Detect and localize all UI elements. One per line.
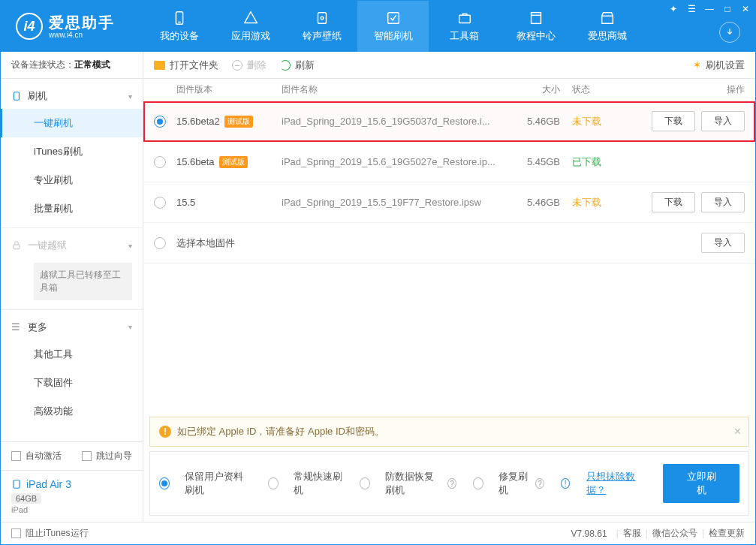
sidebar-item-flash-1[interactable]: iTunes刷机 xyxy=(1,137,143,166)
tablet-icon xyxy=(11,479,22,489)
import-button[interactable]: 导入 xyxy=(701,111,745,131)
option-radio[interactable] xyxy=(360,477,370,489)
table-row: 15.6beta测试版 iPad_Spring_2019_15.6_19G502… xyxy=(143,142,755,182)
auto-activate-checkbox[interactable] xyxy=(11,451,21,461)
nav-device[interactable]: 我的设备 xyxy=(143,1,215,52)
window-controls: ✦☰—□✕ xyxy=(668,4,751,14)
nav-apps[interactable]: 应用游戏 xyxy=(215,1,286,52)
footer-link[interactable]: 微信公众号 xyxy=(652,528,697,538)
refresh-icon xyxy=(280,60,291,71)
nav-flash[interactable]: 智能刷机 xyxy=(357,1,429,52)
help-icon[interactable]: ? xyxy=(447,478,456,489)
table-row-local: 选择本地固件 导入 xyxy=(143,223,755,263)
import-button[interactable]: 导入 xyxy=(701,192,745,212)
nav-store[interactable]: 爱思商城 xyxy=(571,1,643,52)
window-control[interactable]: ☰ xyxy=(686,4,697,14)
table-row: 15.6beta2测试版 iPad_Spring_2019_15.6_19G50… xyxy=(143,101,755,142)
svg-rect-11 xyxy=(14,480,20,489)
warning-icon: ! xyxy=(159,426,171,438)
sidebar-item-more-0[interactable]: 其他工具 xyxy=(1,340,143,369)
sidebar-item-flash-0[interactable]: 一键刷机 xyxy=(1,109,143,137)
flash-options: 保留用户资料刷机 常规快速刷机 防数据恢复刷机 ? 修复刷机 ? ! 只想抹除数… xyxy=(149,451,749,516)
firmware-name: iPad_Spring_2019_15.6_19G5037d_Restore.i… xyxy=(282,116,512,127)
block-itunes-checkbox[interactable] xyxy=(11,528,21,538)
status-badge: 未下载 xyxy=(572,115,632,128)
notice-banner: ! 如已绑定 Apple ID，请准备好 Apple ID和密码。 × xyxy=(149,417,749,447)
flash-option-3[interactable]: 修复刷机 ? xyxy=(473,470,544,497)
option-radio[interactable] xyxy=(268,477,279,489)
beta-badge: 测试版 xyxy=(219,156,248,168)
svg-rect-4 xyxy=(387,13,399,24)
top-nav: 我的设备 应用游戏 铃声壁纸 智能刷机 工具箱 教程中心 爱思商城 xyxy=(143,1,755,52)
sidebar-item-flash-2[interactable]: 专业刷机 xyxy=(1,166,143,194)
nav-toolbox[interactable]: 工具箱 xyxy=(429,1,500,52)
sidebar-item-more-1[interactable]: 下载固件 xyxy=(1,369,143,397)
status-badge: 未下载 xyxy=(572,196,632,209)
flash-option-2[interactable]: 防数据恢复刷机 ? xyxy=(360,470,456,497)
row-radio[interactable] xyxy=(154,116,166,128)
sidebar-head-flash[interactable]: 刷机 ▾ xyxy=(1,83,143,109)
row-radio[interactable] xyxy=(154,237,166,249)
main-panel: 打开文件夹 删除 刷新 ✶ 刷机设置 固件版本 固件名称 大小 状态 操作 15 xyxy=(143,52,755,522)
app-title: 爱思助手 xyxy=(49,14,115,31)
sidebar: 设备连接状态： 正常模式 刷机 ▾ 一键刷机iTunes刷机专业刷机批量刷机 一… xyxy=(1,52,143,522)
chevron-down-icon: ▾ xyxy=(128,242,132,250)
status-badge: 已下载 xyxy=(572,155,632,169)
help-icon[interactable]: ? xyxy=(535,478,544,489)
nav-music[interactable]: 铃声壁纸 xyxy=(286,1,357,52)
footer-link[interactable]: 客服 xyxy=(623,528,641,538)
chevron-down-icon: ▾ xyxy=(128,92,132,101)
apps-icon xyxy=(242,10,259,26)
device-info[interactable]: iPad Air 3 64GB iPad xyxy=(1,470,143,522)
nav-book[interactable]: 教程中心 xyxy=(500,1,571,52)
svg-rect-10 xyxy=(14,245,20,249)
flash-settings-button[interactable]: ✶ 刷机设置 xyxy=(693,59,745,72)
skip-guide-checkbox[interactable] xyxy=(82,451,92,461)
open-folder-button[interactable]: 打开文件夹 xyxy=(154,59,218,72)
flash-option-1[interactable]: 常规快速刷机 xyxy=(268,470,343,497)
option-radio[interactable] xyxy=(473,477,483,489)
sidebar-head-more[interactable]: ☰ 更多 ▾ xyxy=(1,315,143,340)
download-indicator-icon[interactable] xyxy=(719,22,740,43)
toolbar: 打开文件夹 删除 刷新 ✶ 刷机设置 xyxy=(143,52,755,79)
sidebar-item-more-2[interactable]: 高级功能 xyxy=(1,397,143,426)
toolbox-icon xyxy=(456,10,473,26)
window-control[interactable]: ✕ xyxy=(740,4,751,14)
chevron-down-icon: ▾ xyxy=(128,323,132,331)
firmware-name: iPad_Spring_2019_15.5_19F77_Restore.ipsw xyxy=(282,197,512,208)
start-flash-button[interactable]: 立即刷机 xyxy=(663,464,739,503)
app-subtitle: www.i4.cn xyxy=(49,31,115,39)
jailbreak-note: 越狱工具已转移至工具箱 xyxy=(34,263,132,300)
window-control[interactable]: □ xyxy=(722,4,733,14)
flash-icon xyxy=(385,10,402,26)
device-status: 设备连接状态： 正常模式 xyxy=(1,52,143,79)
svg-rect-2 xyxy=(318,13,326,24)
window-control[interactable]: ✦ xyxy=(668,4,679,14)
erase-link[interactable]: 只想抹除数据？ xyxy=(586,470,646,497)
app-header: i4 爱思助手 www.i4.cn 我的设备 应用游戏 铃声壁纸 智能刷机 工具… xyxy=(1,1,755,52)
gear-icon: ✶ xyxy=(693,59,701,71)
help-icon[interactable]: ! xyxy=(561,478,571,489)
logo-icon: i4 xyxy=(16,13,43,40)
beta-badge: 测试版 xyxy=(224,116,253,128)
row-radio[interactable] xyxy=(154,197,166,209)
folder-icon xyxy=(154,61,165,70)
option-radio[interactable] xyxy=(159,477,170,489)
column-headers: 固件版本 固件名称 大小 状态 操作 xyxy=(143,79,755,101)
sidebar-item-flash-3[interactable]: 批量刷机 xyxy=(1,194,143,223)
download-button[interactable]: 下载 xyxy=(652,192,695,212)
import-button[interactable]: 导入 xyxy=(701,233,745,253)
footer-link[interactable]: 检查更新 xyxy=(709,528,745,538)
download-button[interactable]: 下载 xyxy=(652,111,695,131)
delete-icon xyxy=(232,60,242,71)
window-control[interactable]: — xyxy=(704,4,715,14)
refresh-button[interactable]: 刷新 xyxy=(280,59,315,72)
row-radio[interactable] xyxy=(154,156,166,168)
flash-option-0[interactable]: 保留用户资料刷机 xyxy=(159,470,251,497)
footer: 阻止iTunes运行 V7.98.61 |客服|微信公众号|检查更新 xyxy=(1,522,755,544)
firmware-name: iPad_Spring_2019_15.6_19G5027e_Restore.i… xyxy=(282,156,512,167)
close-icon[interactable]: × xyxy=(734,425,741,438)
svg-point-3 xyxy=(321,17,324,20)
logo: i4 爱思助手 www.i4.cn xyxy=(1,13,143,40)
more-icon: ☰ xyxy=(11,321,22,333)
